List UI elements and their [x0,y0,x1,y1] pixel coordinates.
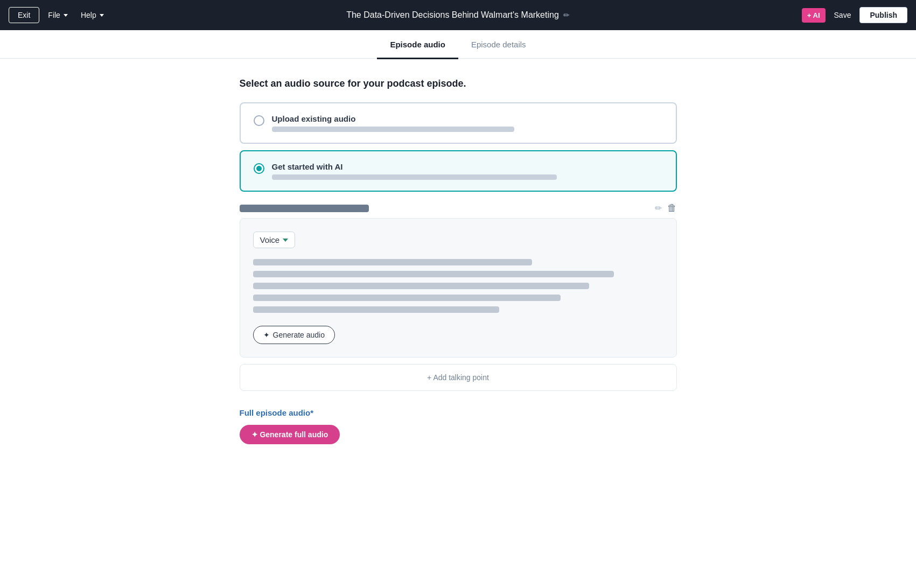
publish-button[interactable]: Publish [859,7,907,23]
tab-episode-audio[interactable]: Episode audio [377,31,458,59]
voice-dropdown[interactable]: Voice [253,232,296,248]
nav-left: Exit File Help [9,7,108,23]
script-lines [253,259,663,313]
section-title: Select an audio source for your podcast … [240,78,677,89]
upload-skeleton-line [272,127,514,132]
add-talking-point-button[interactable]: + Add talking point [240,364,677,391]
script-line-5 [253,306,499,313]
tabs-bar: Episode audio Episode details [0,30,916,59]
upload-radio[interactable] [254,115,264,126]
script-line-4 [253,295,561,301]
nav-right: + AI Save Publish [802,7,907,23]
voice-dropdown-chevron-icon [283,239,288,242]
tab-episode-details[interactable]: Episode details [458,31,539,59]
full-audio-title: Full episode audio* [240,408,677,417]
upload-audio-option[interactable]: Upload existing audio [240,102,677,144]
ai-option-content: Get started with AI [272,162,663,180]
script-line-2 [253,271,614,277]
add-talking-point-label: + Add talking point [427,373,489,382]
upload-option-content: Upload existing audio [272,114,663,132]
edit-talking-point-icon[interactable]: ✏ [655,203,662,213]
talking-point-header: ✏ 🗑 [240,202,677,214]
help-menu[interactable]: Help [76,8,108,23]
file-menu-label: File [48,11,60,19]
main-content: Select an audio source for your podcast … [227,59,690,477]
exit-button[interactable]: Exit [9,7,39,23]
generate-full-audio-label: ✦ Generate full audio [251,430,328,439]
generate-audio-label: Generate audio [273,331,325,339]
edit-title-icon[interactable]: ✏ [563,11,570,19]
script-line-1 [253,259,532,265]
ai-option-title: Get started with AI [272,162,663,171]
file-chevron-icon [64,14,68,17]
generate-audio-button[interactable]: ✦ Generate audio [253,326,335,344]
delete-talking-point-icon[interactable]: 🗑 [667,202,677,214]
save-button[interactable]: Save [830,8,856,23]
ai-audio-option[interactable]: Get started with AI [240,150,677,192]
file-menu[interactable]: File [44,8,72,23]
upload-option-title: Upload existing audio [272,114,663,123]
generate-full-audio-button[interactable]: ✦ Generate full audio [240,425,340,444]
ai-skeleton-line [272,174,557,180]
ai-button[interactable]: + AI [802,8,826,23]
script-line-3 [253,283,590,289]
page-title: The Data-Driven Decisions Behind Walmart… [346,10,559,20]
help-menu-label: Help [81,11,96,19]
ai-radio[interactable] [254,163,264,174]
voice-dropdown-label: Voice [260,235,280,244]
topnav: Exit File Help The Data-Driven Decisions… [0,0,916,30]
help-chevron-icon [100,14,104,17]
full-episode-audio-section: Full episode audio* ✦ Generate full audi… [240,408,677,444]
nav-center: The Data-Driven Decisions Behind Walmart… [346,10,570,20]
sparkle-icon: ✦ [263,331,270,339]
talking-point-card: Voice ✦ Generate audio [240,218,677,358]
talking-point-label-bar [240,205,369,212]
tp-header-actions: ✏ 🗑 [655,202,677,214]
